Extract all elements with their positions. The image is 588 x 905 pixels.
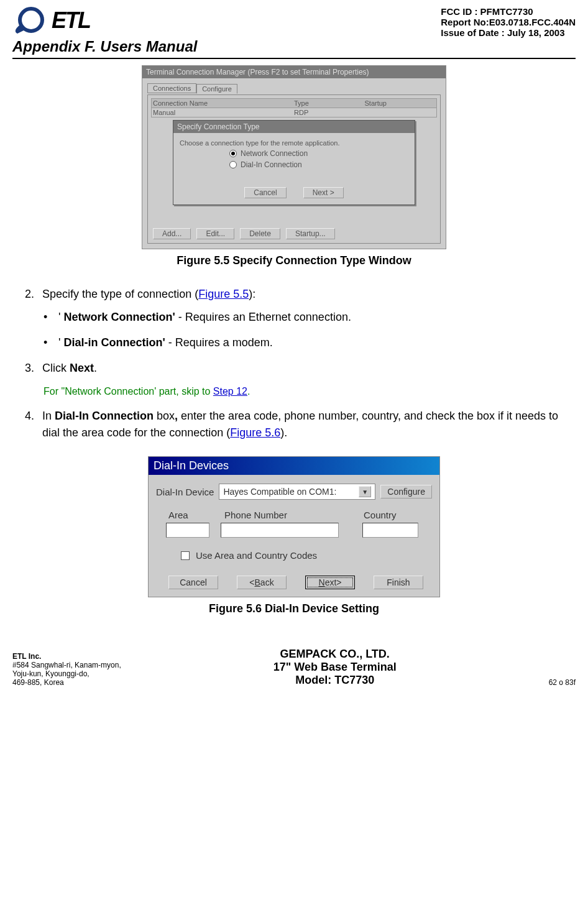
- dialog-titlebar: Specify Connection Type: [173, 121, 415, 133]
- radio-dialin[interactable]: Dial-In Connection: [229, 160, 408, 169]
- country-input[interactable]: [362, 523, 418, 538]
- bullet-dialin: • ' Dial-in Connection' - Requires a mod…: [44, 334, 563, 351]
- figure-5-5-wrap: Terminal Connection Manager (Press F2 to…: [0, 65, 588, 267]
- edit-button[interactable]: Edit...: [196, 228, 234, 239]
- footer-company: ETL Inc.: [12, 652, 121, 661]
- logo: ETL: [12, 6, 90, 34]
- col-startup: Startup: [365, 99, 436, 107]
- specify-connection-dialog: Specify Connection Type Choose a connect…: [173, 120, 415, 205]
- svg-rect-3: [28, 22, 33, 25]
- figure-5-5-caption: Figure 5.5 Specify Connection Type Windo…: [0, 254, 588, 267]
- use-area-country-checkbox[interactable]: [181, 551, 190, 560]
- figure-5-6-caption: Figure 5.6 Dial-In Device Setting: [0, 602, 588, 615]
- radio-icon: [229, 161, 237, 168]
- svg-rect-1: [28, 15, 33, 17]
- configure-button[interactable]: Configure: [380, 485, 432, 498]
- step-number: 3.: [25, 360, 42, 377]
- footer-addr3: 469-885, Korea: [12, 678, 121, 687]
- fcc-id: FCC ID : PFMTC7730: [441, 6, 576, 17]
- appendix-title: Appendix F. Users Manual: [0, 38, 588, 58]
- logo-icon: [12, 6, 50, 34]
- step-number: 2.: [25, 286, 42, 303]
- row-startup: [365, 109, 436, 116]
- step-2-text: Specify the type of connection (Figure 5…: [42, 286, 255, 303]
- step-4: 4. In Dial-In Connection box, enter the …: [25, 408, 563, 441]
- step-number: 4.: [25, 408, 42, 441]
- svg-rect-2: [28, 19, 33, 21]
- issue-date: Issue of Date : July 18, 2003: [441, 27, 576, 38]
- footer-page: 62 o 83f: [549, 678, 576, 687]
- figure-5-6-wrap: Dial-In Devices Dial-In Device Hayes Com…: [0, 450, 588, 615]
- logo-text: ETL: [52, 7, 90, 34]
- area-input[interactable]: [166, 523, 209, 538]
- window-titlebar: Dial-In Devices: [149, 457, 439, 475]
- phone-input[interactable]: [221, 523, 339, 538]
- next-button[interactable]: Next>: [305, 576, 355, 589]
- footer-center3: Model: TC7730: [273, 674, 397, 687]
- next-button[interactable]: Next >: [303, 187, 344, 198]
- bullet-icon: •: [44, 309, 58, 326]
- bullet-network: • ' Network Connection' - Requires an Et…: [44, 309, 563, 326]
- phone-label: Phone Number: [224, 510, 324, 520]
- footer-addr1: #584 Sangwhal-ri, Kanam-myon,: [12, 661, 121, 669]
- row-name: Manual: [153, 109, 294, 116]
- body-content: 2. Specify the type of connection (Figur…: [0, 286, 588, 441]
- radio-network[interactable]: Network Connection: [229, 149, 408, 158]
- finish-button[interactable]: Finish: [374, 576, 423, 589]
- col-connection-name: Connection Name: [153, 99, 294, 107]
- row-type: RDP: [294, 109, 365, 116]
- step-4-text: In Dial-In Connection box, enter the are…: [42, 408, 563, 441]
- tab-pane: Connection Name Type Startup Manual RDP …: [147, 94, 441, 244]
- link-figure-5-6[interactable]: Figure 5.6: [230, 426, 280, 439]
- link-figure-5-5[interactable]: Figure 5.5: [198, 288, 249, 300]
- step-2: 2. Specify the type of connection (Figur…: [25, 286, 563, 351]
- bullet-icon: •: [44, 334, 58, 351]
- startup-button[interactable]: Startup...: [286, 228, 335, 239]
- step-3: 3. Click Next. For "Network Connection' …: [25, 360, 563, 399]
- footer-center1: GEMPACK CO., LTD.: [273, 648, 397, 661]
- window-titlebar: Terminal Connection Manager (Press F2 to…: [142, 66, 446, 78]
- add-button[interactable]: Add...: [153, 228, 191, 239]
- tab-connections[interactable]: Connections: [147, 83, 196, 93]
- report-no: Report No:E03.0718.FCC.404N: [441, 17, 576, 27]
- dialin-devices-window: Dial-In Devices Dial-In Device Hayes Com…: [148, 456, 440, 597]
- page-header: ETL FCC ID : PFMTC7730 Report No:E03.071…: [0, 0, 588, 38]
- select-value: Hayes Compatible on COM1:: [223, 487, 336, 497]
- terminal-connection-manager-window: Terminal Connection Manager (Press F2 to…: [142, 65, 446, 249]
- dialin-device-label: Dial-In Device: [156, 487, 214, 497]
- green-note: For "Network Connection' part, skip to S…: [44, 384, 563, 399]
- checkbox-label: Use Area and Country Codes: [196, 550, 317, 561]
- cancel-button[interactable]: Cancel: [244, 187, 286, 198]
- area-label: Area: [168, 510, 206, 520]
- dialin-device-select[interactable]: Hayes Compatible on COM1: ▼: [219, 484, 375, 500]
- header-info: FCC ID : PFMTC7730 Report No:E03.0718.FC…: [441, 6, 576, 38]
- link-step-12[interactable]: Step 12: [213, 386, 247, 397]
- footer-addr2: Yoju-kun, Kyounggi-do,: [12, 669, 121, 678]
- footer-center2: 17" Web Base Terminal: [273, 661, 397, 674]
- cancel-button[interactable]: Cancel: [168, 576, 218, 589]
- page-footer: ETL Inc. #584 Sangwhal-ri, Kanam-myon, Y…: [0, 634, 588, 691]
- radio-dialin-label: Dial-In Connection: [241, 160, 302, 169]
- table-row[interactable]: Manual RDP: [151, 108, 437, 117]
- radio-network-label: Network Connection: [241, 149, 308, 158]
- col-type: Type: [294, 99, 365, 107]
- header-rule: [12, 58, 576, 59]
- radio-icon: [229, 150, 237, 157]
- country-label: Country: [364, 510, 413, 520]
- step-3-text: Click Next.: [42, 360, 97, 377]
- dialog-instruction: Choose a connection type for the remote …: [180, 139, 408, 147]
- delete-button[interactable]: Delete: [240, 228, 280, 239]
- manager-buttons: Add... Edit... Delete Startup...: [153, 228, 339, 239]
- tabs: ConnectionsConfigure: [147, 83, 441, 93]
- chevron-down-icon[interactable]: ▼: [359, 486, 371, 497]
- footer-center: GEMPACK CO., LTD. 17" Web Base Terminal …: [273, 648, 397, 687]
- back-button[interactable]: <Back: [237, 576, 287, 589]
- footer-left: ETL Inc. #584 Sangwhal-ri, Kanam-myon, Y…: [12, 652, 121, 687]
- tab-configure[interactable]: Configure: [196, 84, 237, 94]
- column-headers: Connection Name Type Startup: [151, 98, 437, 108]
